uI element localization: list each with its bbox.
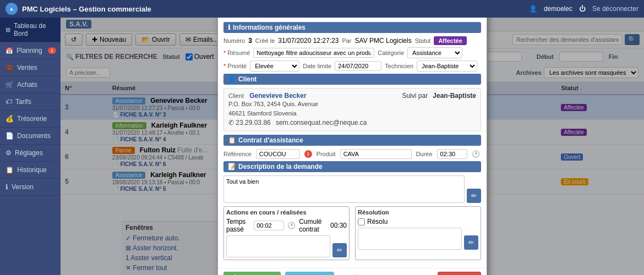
contrat-row: Référence ! Produit Durée 🕐 bbox=[223, 149, 481, 159]
priorite-modal-select[interactable]: Elevée bbox=[250, 61, 299, 72]
client-address: P.O. Box 763, 2454 Quis. Avenue bbox=[228, 100, 367, 109]
infos-row3: Priorité Elevée Date limite Technicien J… bbox=[223, 61, 481, 72]
sidebar-item-tarifs[interactable]: 🏷 Tarifs bbox=[0, 94, 61, 111]
description-row: Tout va bien ✏ bbox=[223, 175, 481, 203]
sidebar-item-ventes[interactable]: 💼 Ventes bbox=[0, 59, 61, 76]
infos-row2: Résumé Catégorie Assistance bbox=[223, 47, 481, 58]
sidebar-item-historique[interactable]: 📋 Historique bbox=[0, 162, 61, 179]
imprimer-button[interactable]: 🖨 Imprimer bbox=[285, 272, 334, 275]
actions-textarea[interactable] bbox=[226, 235, 330, 257]
section-description-title: 📝 Description de la demande bbox=[223, 161, 481, 172]
description-icon: 📝 bbox=[228, 163, 236, 170]
sidebar-item-achats[interactable]: 🛒 Achats bbox=[0, 76, 61, 94]
section-contrat-title: 📋 Contrat d'assistance bbox=[223, 135, 481, 146]
topbar: ▲ PMC Logiciels – Gestion commerciale 👤 … bbox=[0, 0, 644, 18]
client-city: 46621 Stamford Slovenia bbox=[228, 109, 367, 118]
sidebar-label-tarifs: Tarifs bbox=[15, 98, 31, 106]
technicien-select[interactable]: Jean-Baptiste bbox=[417, 61, 477, 72]
priorite-modal-label: Priorité bbox=[223, 63, 247, 69]
sidebar-item-tableau-de-bord[interactable]: ⊞ Tableau de Bord bbox=[0, 18, 61, 42]
logout-link[interactable]: Se déconnecter bbox=[592, 5, 638, 13]
contrat-ref-label: Référence bbox=[223, 151, 252, 157]
temps-passe-input[interactable] bbox=[254, 221, 284, 230]
app-title: PMC Logiciels – Gestion commerciale bbox=[22, 5, 151, 13]
resume-label: Résumé bbox=[223, 50, 250, 56]
client-label: Client bbox=[228, 92, 244, 99]
numero-label: Numéro bbox=[223, 37, 245, 44]
sidebar-label-tableau: Tableau de Bord bbox=[14, 22, 55, 37]
achats-icon: 🛒 bbox=[6, 81, 14, 89]
sidebar-item-reglages[interactable]: ⚙ Réglages bbox=[0, 145, 61, 162]
client-section: Client Genevieve Becker P.O. Box 763, 24… bbox=[223, 88, 481, 131]
client-row: Client Genevieve Becker P.O. Box 763, 24… bbox=[228, 92, 476, 128]
cree-le-value: 31/07/2020 12:27:23 bbox=[278, 37, 339, 45]
sidebar-label-ventes: Ventes bbox=[17, 64, 37, 72]
technicien-label: Technicien bbox=[385, 63, 413, 69]
actions-section: Actions en cours / réalisées Temps passé… bbox=[223, 206, 350, 260]
ventes-icon: 💼 bbox=[6, 64, 14, 72]
date-limite-modal-input[interactable] bbox=[335, 61, 381, 71]
contrat-icon: 📋 bbox=[228, 136, 236, 144]
enregistrer-button[interactable]: 💾 Enregistrer bbox=[223, 272, 281, 275]
cree-le-label: Créé le bbox=[255, 37, 275, 44]
tableau-icon: ⊞ bbox=[6, 26, 10, 34]
sidebar-label-achats: Achats bbox=[17, 81, 37, 89]
statut-modal-badge: Affectée bbox=[434, 36, 466, 45]
modal-body: ℹ Informations générales Numéro 3 Créé l… bbox=[218, 18, 487, 268]
client-details: Client Genevieve Becker P.O. Box 763, 24… bbox=[228, 92, 367, 128]
topbar-left: ▲ PMC Logiciels – Gestion commerciale bbox=[6, 3, 151, 15]
logout-icon: ⏻ bbox=[579, 5, 586, 13]
resolution-edit-button[interactable]: ✏ bbox=[464, 235, 478, 250]
suivi-par-section: Suivi par Jean-Baptiste bbox=[402, 92, 476, 100]
duree-clock-icon: 🕐 bbox=[472, 150, 480, 158]
content-area: S.A.V. ↺ ✚ Nouveau 📂 Ouvrir ✉ Emails... … bbox=[61, 18, 644, 275]
description-edit-button[interactable]: ✏ bbox=[467, 189, 481, 203]
sidebar-label-historique: Historique bbox=[17, 166, 47, 174]
par-label: Par bbox=[342, 37, 351, 44]
suivi-par-label: Suivi par bbox=[402, 92, 428, 100]
sidebar-label-documents: Documents bbox=[17, 132, 51, 140]
client-name: Genevieve Becker bbox=[249, 92, 306, 100]
temps-clock-icon: 🕐 bbox=[287, 222, 296, 229]
username: demoelec bbox=[544, 5, 572, 13]
resolution-title: Résolution bbox=[358, 209, 478, 216]
actions-edit-button[interactable]: ✏ bbox=[332, 243, 347, 257]
par-value: SAV PMC Logiciels bbox=[355, 37, 412, 45]
reglages-icon: ⚙ bbox=[6, 149, 12, 157]
sidebar-item-planning[interactable]: 📅 Planning 2 bbox=[0, 42, 61, 59]
sidebar-label-reglages: Réglages bbox=[15, 149, 43, 157]
planning-badge: 2 bbox=[48, 47, 56, 54]
resume-input[interactable] bbox=[253, 48, 374, 58]
contrat-duree-input[interactable] bbox=[437, 149, 467, 159]
client-phone: ✆ 23.29.03.86 bbox=[228, 119, 271, 127]
client-email: sem.consequat.nec@neque.ca bbox=[276, 119, 367, 127]
contrat-ref-input[interactable] bbox=[256, 149, 300, 159]
cumule-value: 00:30 bbox=[330, 222, 347, 229]
sidebar-item-documents[interactable]: 📄 Documents bbox=[0, 128, 61, 145]
resolution-textarea[interactable] bbox=[358, 228, 462, 250]
topbar-right: 👤 demoelec ⏻ Se déconnecter bbox=[529, 5, 638, 13]
historique-icon: 📋 bbox=[6, 166, 14, 174]
section-client-title: 👤 Client bbox=[223, 74, 481, 85]
resolu-row: Résolu bbox=[358, 218, 478, 226]
sidebar: ⊞ Tableau de Bord 📅 Planning 2 💼 Ventes … bbox=[0, 18, 61, 275]
numero-value: 3 bbox=[248, 37, 252, 45]
resolu-checkbox[interactable] bbox=[358, 218, 365, 226]
planning-icon: 📅 bbox=[6, 47, 13, 54]
sidebar-item-version[interactable]: ℹ Version bbox=[0, 179, 61, 196]
resolution-section: Résolution Résolu ✏ bbox=[355, 206, 481, 260]
description-textarea[interactable]: Tout va bien bbox=[223, 175, 465, 203]
section-infos-title: ℹ Informations générales bbox=[223, 22, 481, 33]
cumule-label: Cumulé contrat bbox=[299, 218, 327, 233]
categorie-select[interactable]: Assistance bbox=[407, 47, 462, 58]
modal-footer: 💾 Enregistrer 🖨 Imprimer 📎 1 document(s)… bbox=[218, 268, 487, 275]
resolu-label: Résolu bbox=[367, 218, 388, 226]
infos-icon: ℹ bbox=[228, 24, 231, 31]
infos-row1: Numéro 3 Créé le 31/07/2020 12:27:23 Par… bbox=[223, 36, 481, 45]
actions-resolution-row: Actions en cours / réalisées Temps passé… bbox=[223, 206, 481, 260]
sidebar-item-tresorerie[interactable]: 💰 Trésorerie bbox=[0, 111, 61, 128]
fermer-button[interactable]: ✕ Fermer bbox=[438, 272, 481, 275]
contrat-produit-input[interactable] bbox=[340, 149, 412, 159]
statut-modal-label: Statut bbox=[415, 37, 431, 44]
modal-overlay: Consultation de la demande d'assistance … bbox=[61, 18, 644, 275]
